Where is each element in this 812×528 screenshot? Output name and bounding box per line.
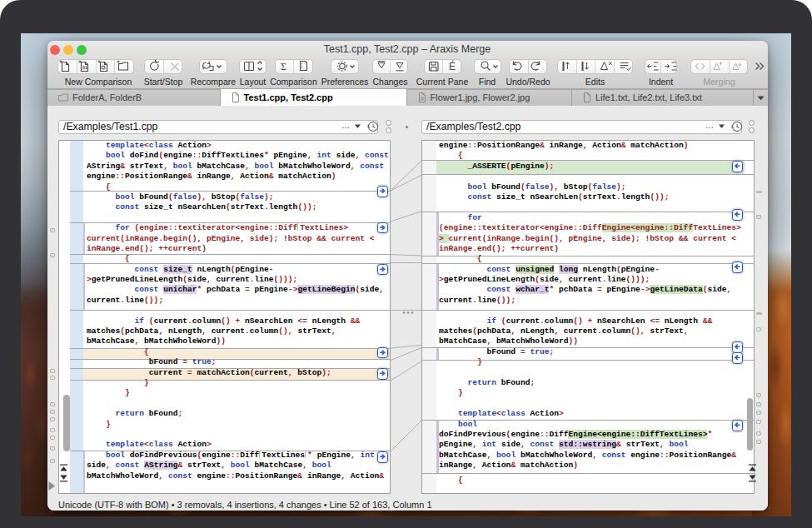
svg-text:É: É — [449, 60, 456, 72]
svg-text:01: 01 — [82, 65, 87, 70]
svg-text:…: … — [705, 121, 714, 130]
svg-text:Σ: Σ — [281, 61, 286, 72]
svg-text:…: … — [341, 121, 350, 130]
